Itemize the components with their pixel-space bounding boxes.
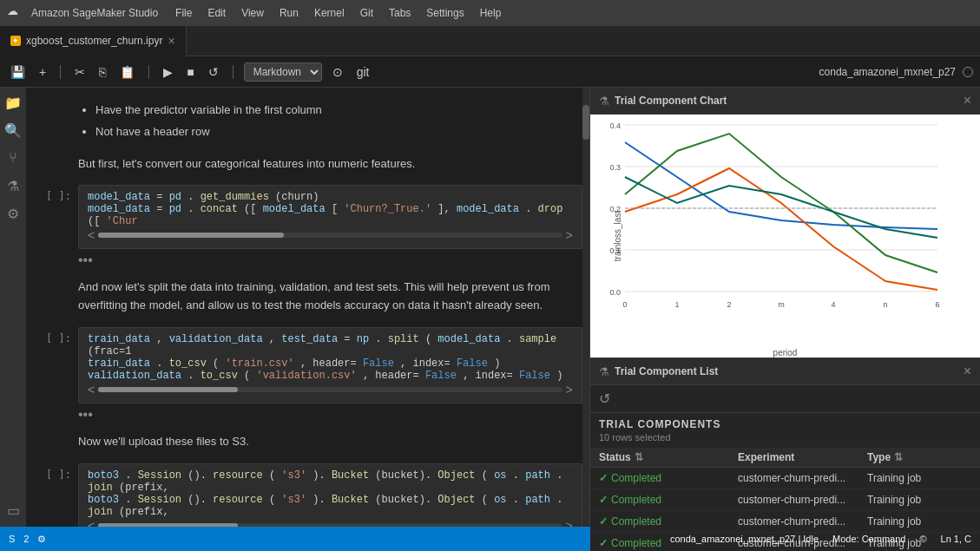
- row-2-status: ✓ Completed: [599, 494, 738, 506]
- app-name: Amazon SageMaker Studio: [31, 7, 158, 19]
- copy-button[interactable]: ⎘: [95, 63, 109, 81]
- cell-nav-3: < >: [88, 520, 573, 527]
- notebook-scrollbar[interactable]: [582, 88, 589, 527]
- intro-text-2: And now let's split the data into traini…: [78, 279, 569, 315]
- list-panel-icon: ⚗: [599, 365, 609, 378]
- experiments-icon[interactable]: ⚗: [4, 178, 22, 195]
- ln-col-status: Ln 1, C: [941, 534, 971, 544]
- table-row[interactable]: ✓ Completed customer-churn-predi... Trai…: [590, 468, 980, 489]
- notebook-tab[interactable]: ✦ xgboost_customer_churn.ipyr ×: [0, 26, 187, 56]
- table-row[interactable]: ✓ Completed customer-churn-predi... Trai…: [590, 511, 980, 533]
- separator-2: [148, 65, 149, 79]
- col-status: Status ⇅: [599, 451, 738, 463]
- chart-panel-title: Trial Component Chart: [615, 95, 964, 107]
- row-1-experiment: customer-churn-predi...: [738, 472, 867, 484]
- menu-help[interactable]: Help: [473, 5, 509, 21]
- sort-icon-type[interactable]: ⇅: [894, 451, 903, 463]
- left-sidebar: 📁 🔍 ⑂ ⚗ ⚙ ▭: [0, 88, 26, 527]
- scroll-right-3[interactable]: >: [566, 520, 573, 527]
- bullet-2: Not have a header row: [95, 123, 569, 141]
- add-cell-button[interactable]: +: [36, 63, 49, 81]
- svg-text:2: 2: [727, 300, 731, 309]
- status-s: S: [9, 534, 15, 544]
- col-experiment: Experiment: [738, 451, 867, 463]
- list-panel-close-button[interactable]: ×: [964, 364, 971, 379]
- cell-dots-1: •••: [26, 253, 582, 268]
- markdown-intro-2: And now let's split the data into traini…: [26, 273, 582, 327]
- info-button[interactable]: ⊙: [329, 63, 346, 81]
- settings-icon[interactable]: ⚙: [4, 206, 22, 223]
- chart-panel-close-button[interactable]: ×: [964, 93, 971, 108]
- cell-nav-2: < >: [88, 384, 573, 397]
- menu-git[interactable]: Git: [353, 5, 380, 21]
- list-toolbar: ↺: [590, 385, 980, 413]
- cell-num-2: [ ]:: [26, 327, 78, 403]
- menu-settings[interactable]: Settings: [419, 5, 470, 21]
- separator-3: [233, 65, 233, 79]
- cell-content-1[interactable]: model_data = pd . get_dummies (churn) mo…: [78, 185, 582, 249]
- tab-icon: ✦: [10, 36, 21, 46]
- scroll-right-1[interactable]: >: [566, 229, 573, 243]
- chart-panel-header: ⚗ Trial Component Chart ×: [590, 88, 980, 115]
- code-line-2-2: train_data . to_csv ( 'train.csv' , head…: [88, 357, 573, 370]
- table-header: Status ⇅ Experiment Type ⇅: [590, 448, 980, 468]
- tab-close-button[interactable]: ×: [168, 34, 174, 48]
- row-1-status: ✓ Completed: [599, 472, 738, 484]
- code-line-3-1: boto3 . Session (). resource ( 's3' ). B…: [88, 469, 573, 494]
- restart-button[interactable]: ↺: [205, 63, 222, 81]
- markdown-intro-3: Now we'll upload these files to S3.: [26, 428, 582, 463]
- chart-display: trainloss_last 0.4 0.3 0.2 0.1 0.0: [590, 115, 980, 357]
- cell-content-2[interactable]: train_data , validation_data , test_data…: [78, 327, 582, 403]
- kernel-status: conda_amazonei_mxnet_p27 | Idle: [670, 534, 819, 544]
- markdown-intro-1: But first, let's convert our categorical…: [26, 150, 582, 186]
- refresh-button[interactable]: ↺: [599, 390, 610, 407]
- stop-button[interactable]: ■: [183, 63, 197, 81]
- menu-view[interactable]: View: [234, 5, 271, 21]
- copyright-icon: ©: [919, 534, 926, 544]
- code-cell-1: [ ]: model_data = pd . get_dummies (chur…: [26, 185, 582, 249]
- scroll-left-3[interactable]: <: [88, 520, 95, 527]
- save-button[interactable]: 💾: [7, 63, 29, 81]
- status-num: 2: [23, 534, 29, 544]
- terminal-icon[interactable]: ▭: [4, 502, 22, 520]
- search-icon[interactable]: 🔍: [4, 122, 22, 140]
- list-panel-title: Trial Component List: [615, 365, 964, 377]
- cell-dots-2: •••: [26, 407, 582, 423]
- tab-label: xgboost_customer_churn.ipyr: [26, 35, 162, 47]
- menu-tabs[interactable]: Tabs: [382, 5, 418, 21]
- row-3-status: ✓ Completed: [599, 515, 738, 528]
- row-2-type: Training job: [867, 494, 971, 506]
- cell-num-1: [ ]:: [26, 185, 78, 249]
- menu-kernel[interactable]: Kernel: [307, 5, 352, 21]
- menu-edit[interactable]: Edit: [201, 5, 233, 21]
- right-panels: ⚗ Trial Component Chart × trainloss_last…: [589, 88, 980, 527]
- git-sidebar-icon[interactable]: ⑂: [4, 150, 22, 167]
- row-3-type: Training job: [867, 515, 971, 528]
- menu-file[interactable]: File: [168, 5, 199, 21]
- x-axis-label: period: [773, 348, 798, 357]
- intro-text-1: But first, let's convert our categorical…: [78, 155, 569, 174]
- chart-svg: 0.4 0.3 0.2 0.1 0.0 0 1 2 m 4 n 6: [625, 125, 955, 333]
- git-label[interactable]: git: [353, 63, 373, 81]
- row-3-experiment: customer-churn-predi...: [738, 515, 867, 528]
- row-1-type: Training job: [867, 472, 971, 484]
- cell-type-select[interactable]: Markdown Code: [244, 62, 322, 82]
- folder-icon[interactable]: 📁: [4, 95, 22, 112]
- svg-text:0.0: 0.0: [609, 288, 621, 297]
- scroll-left-2[interactable]: <: [88, 384, 95, 397]
- run-button[interactable]: ▶: [160, 63, 176, 81]
- sort-icon-status[interactable]: ⇅: [635, 451, 643, 463]
- cell-content-3[interactable]: boto3 . Session (). resource ( 's3' ). B…: [78, 463, 582, 527]
- paste-button[interactable]: 📋: [116, 63, 138, 81]
- toolbar: 💾 + ✂ ⎘ 📋 ▶ ■ ↺ Markdown Code ⊙ git cond…: [0, 56, 980, 88]
- table-row[interactable]: ✓ Completed customer-churn-predi... Trai…: [590, 489, 980, 511]
- menu-run[interactable]: Run: [273, 5, 306, 21]
- main-layout: 📁 🔍 ⑂ ⚗ ⚙ ▭ Have the predictor variable …: [0, 88, 980, 527]
- y-axis-label: trainloss_last: [613, 211, 622, 261]
- scroll-right-2[interactable]: >: [566, 384, 573, 397]
- row-2-experiment: customer-churn-predi...: [738, 494, 867, 506]
- scroll-left-1[interactable]: <: [88, 229, 95, 243]
- status-gear-icon[interactable]: ⚙: [37, 534, 46, 545]
- svg-text:0.3: 0.3: [609, 163, 621, 172]
- cut-button[interactable]: ✂: [71, 63, 89, 81]
